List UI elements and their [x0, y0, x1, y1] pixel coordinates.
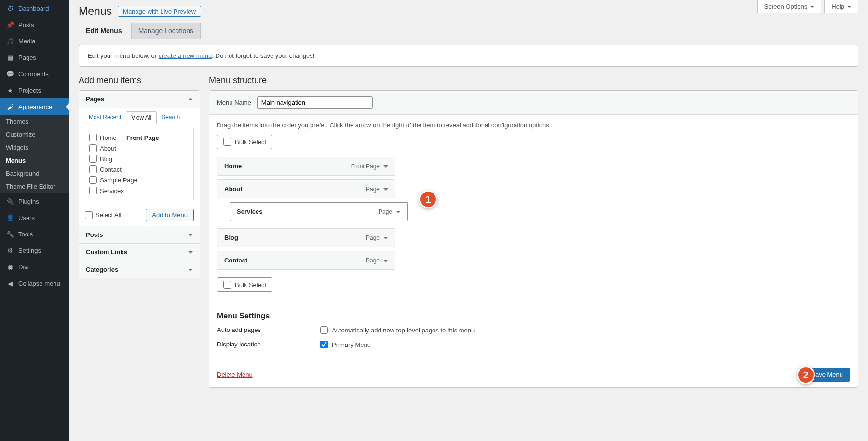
page-option-services[interactable]: Services: [89, 185, 190, 196]
main-content: Screen Options Help Menus Manage with Li…: [69, 0, 868, 441]
menu-item-contact[interactable]: ContactPage: [217, 251, 395, 270]
brush-icon: 🖌: [6, 102, 14, 111]
sidebar-item-dashboard[interactable]: ⏱Dashboard: [0, 0, 69, 16]
sidebar-item-tools[interactable]: 🔧Tools: [0, 226, 69, 242]
divi-icon: ◉: [6, 262, 14, 271]
checkbox-about[interactable]: [89, 144, 97, 152]
plugin-icon: 🔌: [6, 197, 14, 206]
bulk-select-top[interactable]: Bulk Select: [217, 135, 272, 149]
checkbox-contact[interactable]: [89, 165, 97, 173]
tools-icon: 🔧: [6, 230, 14, 238]
select-all-checkbox[interactable]: [85, 211, 93, 219]
comments-icon: 💬: [6, 69, 14, 78]
add-to-menu-button[interactable]: Add to Menu: [146, 209, 194, 221]
sidebar-item-appearance[interactable]: 🖌Appearance: [0, 98, 69, 115]
chevron-down-icon: [188, 269, 193, 274]
nav-tabs: Edit Menus Manage Locations: [79, 23, 858, 39]
page-option-sample[interactable]: Sample Page: [89, 175, 190, 185]
primary-menu-checkbox[interactable]: [320, 341, 328, 348]
sidebar-item-comments[interactable]: 💬Comments: [0, 66, 69, 82]
display-location-label: Display location: [217, 341, 320, 348]
chevron-down-icon[interactable]: [383, 237, 388, 242]
sidebar-item-posts[interactable]: 📌Posts: [0, 16, 69, 33]
checkbox-services[interactable]: [89, 187, 97, 194]
annotation-badge-2: 2: [797, 366, 815, 384]
tab-manage-locations[interactable]: Manage Locations: [131, 23, 201, 39]
page-option-about[interactable]: About: [89, 143, 190, 153]
page-title: Menus: [79, 5, 112, 18]
submenu-customize[interactable]: Customize: [0, 128, 69, 141]
menu-settings-title: Menu Settings: [217, 312, 850, 320]
menu-item-services[interactable]: ServicesPage: [230, 202, 408, 221]
help-button[interactable]: Help: [824, 0, 858, 13]
tab-view-all[interactable]: View All: [126, 111, 157, 124]
menu-name-input[interactable]: [257, 96, 373, 109]
checkbox-home[interactable]: [89, 134, 97, 141]
chevron-down-icon[interactable]: [383, 165, 388, 170]
sidebar-item-plugins[interactable]: 🔌Plugins: [0, 193, 69, 209]
info-box: Edit your menu below, or create a new me…: [79, 45, 858, 67]
chevron-down-icon: [847, 6, 851, 10]
chevron-down-icon: [810, 6, 814, 10]
checkbox-sample[interactable]: [89, 176, 97, 184]
auto-add-checkbox[interactable]: [320, 326, 328, 334]
tab-search[interactable]: Search: [157, 111, 185, 124]
sidebar-item-media[interactable]: 🎵Media: [0, 33, 69, 49]
submenu-themes[interactable]: Themes: [0, 115, 69, 128]
settings-icon: ⚙: [6, 246, 14, 255]
menu-name-label: Menu Name: [217, 99, 251, 106]
sidebar-item-users[interactable]: 👤Users: [0, 209, 69, 226]
bulk-select-checkbox-bottom[interactable]: [223, 281, 231, 289]
accordion-posts-header[interactable]: Posts: [79, 226, 200, 243]
chevron-down-icon[interactable]: [383, 260, 388, 264]
dashboard-icon: ⏱: [6, 4, 14, 13]
pages-icon: ▤: [6, 53, 14, 62]
live-preview-button[interactable]: Manage with Live Preview: [118, 6, 201, 17]
menu-items-list: HomeFront Page AboutPage ServicesPage Bl…: [217, 157, 850, 270]
menu-structure-panel: Menu Name Drag the items into the order …: [209, 90, 858, 388]
pages-checklist: Home — Front Page About Blog Contact Sam…: [85, 128, 194, 200]
menu-item-blog[interactable]: BlogPage: [217, 228, 395, 247]
page-option-home[interactable]: Home — Front Page: [89, 132, 190, 143]
projects-icon: ★: [6, 86, 14, 95]
annotation-badge-1: 1: [419, 190, 437, 208]
auto-add-option[interactable]: Automatically add new top-level pages to…: [320, 326, 475, 334]
admin-sidebar: ⏱Dashboard 📌Posts 🎵Media ▤Pages 💬Comment…: [0, 0, 69, 441]
chevron-up-icon: [188, 96, 193, 100]
submenu-menus[interactable]: Menus: [0, 154, 69, 167]
accordion-categories-header[interactable]: Categories: [79, 261, 200, 278]
accordion-custom-links-header[interactable]: Custom Links: [79, 244, 200, 261]
drag-hint: Drag the items into the order you prefer…: [217, 122, 850, 129]
menu-item-home[interactable]: HomeFront Page: [217, 157, 395, 176]
page-option-contact[interactable]: Contact: [89, 164, 190, 175]
submenu-theme-file-editor[interactable]: Theme File Editor: [0, 180, 69, 193]
delete-menu-link[interactable]: Delete Menu: [217, 371, 253, 378]
submenu-background[interactable]: Background: [0, 167, 69, 180]
menu-item-about[interactable]: AboutPage: [217, 179, 395, 198]
sidebar-item-collapse[interactable]: ◀Collapse menu: [0, 275, 69, 291]
chevron-down-icon[interactable]: [396, 211, 401, 216]
auto-add-label: Auto add pages: [217, 326, 320, 333]
checkbox-blog[interactable]: [89, 155, 97, 163]
select-all-label[interactable]: Select All: [85, 211, 121, 219]
pin-icon: 📌: [6, 20, 14, 29]
bulk-select-checkbox-top[interactable]: [223, 138, 231, 146]
create-new-menu-link[interactable]: create a new menu: [159, 52, 212, 59]
display-location-option[interactable]: Primary Menu: [320, 341, 371, 348]
sidebar-item-projects[interactable]: ★Projects: [0, 82, 69, 98]
tab-most-recent[interactable]: Most Recent: [84, 111, 126, 124]
appearance-submenu: Themes Customize Widgets Menus Backgroun…: [0, 115, 69, 193]
chevron-down-icon: [188, 251, 193, 256]
bulk-select-bottom[interactable]: Bulk Select: [217, 277, 272, 292]
users-icon: 👤: [6, 213, 14, 222]
tab-edit-menus[interactable]: Edit Menus: [79, 23, 129, 39]
sidebar-item-pages[interactable]: ▤Pages: [0, 49, 69, 66]
chevron-down-icon: [188, 234, 193, 239]
sidebar-item-settings[interactable]: ⚙Settings: [0, 242, 69, 259]
sidebar-item-divi[interactable]: ◉Divi: [0, 259, 69, 275]
submenu-widgets[interactable]: Widgets: [0, 141, 69, 154]
screen-options-button[interactable]: Screen Options: [757, 0, 822, 13]
chevron-down-icon[interactable]: [383, 188, 388, 193]
accordion-pages-header[interactable]: Pages: [79, 91, 200, 108]
page-option-blog[interactable]: Blog: [89, 153, 190, 164]
